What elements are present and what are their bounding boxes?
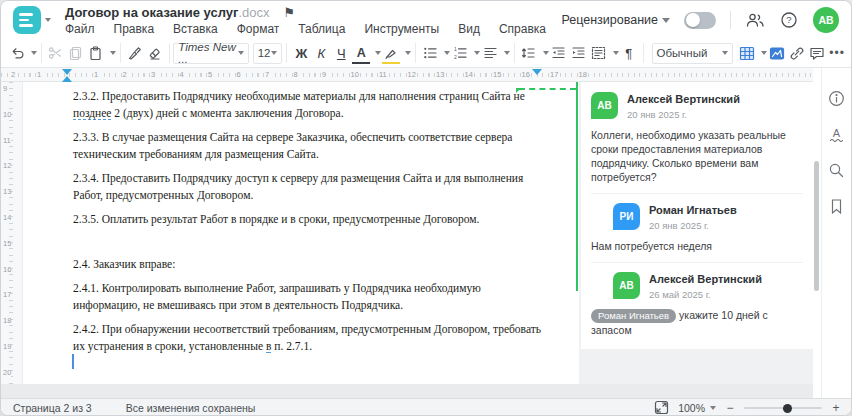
menubar: Файл Правка Вставка Формат Таблица Инстр… <box>65 22 546 36</box>
ruler-number: 9 <box>3 84 7 93</box>
svg-text:1: 1 <box>454 46 457 52</box>
right-indent-marker[interactable] <box>532 69 542 75</box>
zoom-in-button[interactable]: + <box>831 401 841 415</box>
ruler-vertical: 91011121314151617181920 <box>1 82 23 384</box>
page-indicator[interactable]: Страница 2 из 3 <box>13 402 92 414</box>
paste-dropdown-icon[interactable] <box>110 51 116 55</box>
comment-author: Алексей Вертинский <box>649 272 762 286</box>
toolbar: Times New ... 12 Ж К Ч А 12 <box>1 39 852 68</box>
decrease-indent-button[interactable] <box>549 42 569 64</box>
statusbar: Страница 2 из 3 Все изменения сохранены … <box>1 398 852 416</box>
line-spacing-dropdown-icon[interactable] <box>543 51 549 55</box>
first-line-indent-marker[interactable] <box>62 69 72 75</box>
format-painter-button[interactable] <box>125 42 145 64</box>
menu-item-help[interactable]: Справка <box>499 22 546 36</box>
comment-thread[interactable]: АВ Алексей Вертинский 20 янв 2025 г. Кол… <box>581 82 813 349</box>
zoom-slider-knob[interactable] <box>783 404 792 413</box>
comment-reply: РИ Роман Игнатьев 20 янв 2025 г. Нам пот… <box>591 193 803 253</box>
zoom-value-dropdown[interactable]: 100% <box>678 402 716 414</box>
menu-item-tools[interactable]: Инструменты <box>364 22 439 36</box>
zoom-slider[interactable] <box>744 407 822 409</box>
ruler-number: 16 <box>3 265 11 274</box>
align-dropdown-icon[interactable] <box>504 51 510 55</box>
document-title: Договор на оказание услуг <box>65 5 238 20</box>
italic-button[interactable]: К <box>311 42 331 64</box>
increase-indent-button[interactable] <box>569 42 589 64</box>
menu-item-view[interactable]: Вид <box>458 22 480 36</box>
app-window: Договор на оказание услуг.docx ⚑ Файл Пр… <box>0 0 852 416</box>
insert-link-button[interactable] <box>787 42 807 64</box>
horizontal-scrollbar[interactable] <box>1 384 813 398</box>
vertical-scrollbar-thumb[interactable] <box>814 161 819 291</box>
menu-item-format[interactable]: Формат <box>237 22 280 36</box>
show-paragraph-marks-button[interactable]: ¶ <box>619 42 639 64</box>
numbered-list-button[interactable]: 12 <box>450 42 470 64</box>
cut-button[interactable] <box>46 42 66 64</box>
menu-item-table[interactable]: Таблица <box>298 22 345 36</box>
help-icon[interactable]: ? <box>779 10 799 30</box>
line-spacing-button[interactable] <box>519 42 539 64</box>
chevron-down-icon <box>722 51 728 55</box>
paragraph: 2.3.5. Оплатить результат Работ в порядк… <box>73 211 547 228</box>
bullet-list-button[interactable] <box>420 42 440 64</box>
ruler-number: 18 <box>3 316 11 325</box>
review-toggle[interactable] <box>684 12 716 29</box>
align-button[interactable] <box>480 42 500 64</box>
paragraph: 2.4.2. При обнаружении несоответствий тр… <box>73 321 547 355</box>
ruler-number: 14 <box>464 69 474 80</box>
undo-button[interactable] <box>7 42 27 64</box>
insert-table-button[interactable] <box>737 42 757 64</box>
comment-avatar: АВ <box>591 92 618 119</box>
underline-button[interactable]: Ч <box>331 42 351 64</box>
undo-dropdown-icon[interactable] <box>31 51 37 55</box>
font-name-select[interactable]: Times New ... <box>173 43 248 64</box>
info-icon[interactable] <box>828 90 845 111</box>
paragraph: 2.3.4. Предоставить Подрядчику доступ к … <box>73 170 547 204</box>
menu-item-file[interactable]: Файл <box>65 22 95 36</box>
font-size-select[interactable]: 12 <box>253 43 283 64</box>
highlight-color-button[interactable] <box>381 42 401 64</box>
copy-button[interactable] <box>66 42 86 64</box>
review-mode-dropdown[interactable]: Рецензирование <box>561 13 670 27</box>
paragraph-settings-dropdown-icon[interactable] <box>613 51 619 55</box>
font-color-button[interactable]: А <box>351 42 371 64</box>
spellcheck-icon[interactable]: А <box>828 126 845 147</box>
text-cursor <box>72 354 74 369</box>
highlight-dropdown-icon[interactable] <box>405 51 411 55</box>
collaborators-icon[interactable] <box>745 10 765 30</box>
fit-width-button[interactable] <box>654 400 669 416</box>
chevron-down-icon <box>238 51 244 55</box>
document-text: 2.3.2. Предоставить Подрядчику необходим… <box>23 82 579 362</box>
ruler-number: 2 <box>10 69 16 80</box>
user-avatar[interactable]: АВ <box>813 7 839 33</box>
paragraph: 2.3.2. Предоставить Подрядчику необходим… <box>73 88 547 122</box>
paste-button[interactable] <box>86 42 106 64</box>
eraser-button[interactable] <box>145 42 165 64</box>
comments-panel: АВ Алексей Вертинский 20 янв 2025 г. Кол… <box>579 82 813 384</box>
paragraph-settings-button[interactable] <box>589 42 609 64</box>
zoom-out-button[interactable]: − <box>725 401 735 415</box>
bookmark-icon[interactable] <box>828 198 845 219</box>
ruler-number: 20 <box>3 368 11 377</box>
menu-item-edit[interactable]: Правка <box>114 22 155 36</box>
app-logo-button[interactable] <box>13 6 51 34</box>
ruler-number: 14 <box>3 213 11 222</box>
comment-button[interactable] <box>807 42 827 64</box>
ruler-number: 5 <box>207 69 213 80</box>
bold-button[interactable]: Ж <box>291 42 311 64</box>
comment-author: Алексей Вертинский <box>627 92 740 106</box>
comment-text: Роман Игнатьев укажите 10 дней с запасом <box>591 308 803 337</box>
comment-text: Нам потребуется неделя <box>591 239 803 253</box>
document-page[interactable]: 2.3.2. Предоставить Подрядчику необходим… <box>23 82 579 384</box>
comment-anchor-arrow <box>516 88 521 93</box>
ruler-number: 3 <box>150 69 156 80</box>
comment-date: 26 май 2025 г. <box>649 289 762 300</box>
ruler-number: 9 <box>321 69 327 80</box>
flag-icon[interactable]: ⚑ <box>284 5 296 20</box>
paragraph-style-select[interactable]: Обычный <box>652 43 734 64</box>
insert-image-button[interactable] <box>767 42 787 64</box>
ruler-number: 7 <box>264 69 270 80</box>
toolbar-overflow-button[interactable]: ••• <box>827 42 847 64</box>
search-icon[interactable] <box>828 162 845 183</box>
menu-item-insert[interactable]: Вставка <box>173 22 218 36</box>
